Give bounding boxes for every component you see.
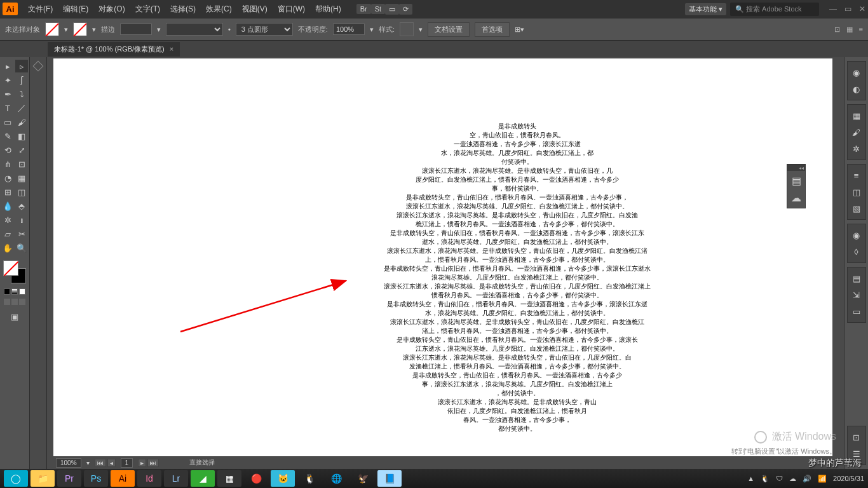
color-guide-panel-icon[interactable]: ◐ [851, 83, 862, 95]
arrange-icon[interactable]: ▭ [385, 4, 399, 15]
area-text-object[interactable]: 是非成败转头空，青山依旧在，惯看秋月春风。一壶浊酒喜相逢，古今多少事，滚滚长江东… [333, 122, 702, 433]
curvature-tool[interactable]: ⤵ [15, 88, 28, 100]
asset-export-panel-icon[interactable]: ⇲ [851, 289, 862, 301]
artboards-panel-icon[interactable]: ▭ [851, 306, 862, 317]
selection-tool[interactable]: ▸ [1, 60, 14, 72]
zoom-tool[interactable]: 🔍 [15, 241, 28, 254]
screen-mode-icon[interactable]: ▣ [8, 310, 21, 323]
artboard-tool[interactable]: ▱ [1, 227, 14, 240]
hand-tool[interactable]: ✋ [1, 241, 14, 254]
transform-icon[interactable]: ⊡ [834, 25, 840, 34]
taskbar-lightroom-icon[interactable]: Lr [164, 470, 188, 487]
gradient-tool[interactable]: ◫ [15, 186, 28, 198]
style-swatch[interactable] [400, 22, 414, 36]
menu-window[interactable]: 窗口(W) [273, 4, 310, 15]
artboard-nav-next[interactable]: ▸⏭ [138, 459, 159, 467]
free-transform-tool[interactable]: ⊡ [15, 158, 28, 170]
menu-help[interactable]: 帮助(H) [310, 4, 346, 15]
scale-tool[interactable]: ⤢ [15, 144, 28, 156]
perspective-tool[interactable]: ▦ [15, 172, 28, 184]
window-restore-icon[interactable]: ▭ [844, 4, 851, 13]
tray-qq-icon[interactable]: 🐧 [761, 475, 770, 483]
eraser-tool[interactable]: ◧ [15, 130, 28, 142]
rotate-tool[interactable]: ⟲ [1, 144, 14, 156]
stroke-panel-icon[interactable]: ≡ [851, 170, 862, 181]
taskbar-browser-icon[interactable]: ◯ [4, 470, 28, 487]
taskbar-qq-icon[interactable]: 🐧 [297, 470, 322, 487]
slice-tool[interactable]: ✂ [15, 227, 28, 240]
gpu-icon[interactable]: ⟳ [399, 4, 412, 15]
tray-cloud-icon[interactable]: ☁ [789, 475, 796, 483]
draw-inside-icon[interactable] [19, 299, 25, 305]
tray-shield-icon[interactable]: 🛡 [776, 475, 783, 482]
stroke-weight-input[interactable] [120, 24, 152, 35]
menu-view[interactable]: 视图(V) [237, 4, 273, 15]
swatches-panel-icon[interactable]: ▦ [851, 110, 862, 121]
fill-swatch[interactable] [45, 22, 59, 36]
type-tool[interactable]: T [1, 102, 14, 114]
taskbar-indesign-icon[interactable]: Id [137, 470, 161, 487]
brush-tool[interactable]: 🖌 [15, 116, 28, 128]
color-panel-icon[interactable]: ◉ [851, 67, 862, 78]
taskbar-chrome-icon[interactable]: 🌐 [324, 470, 348, 487]
libraries-panel-icon[interactable]: ☁ [791, 192, 801, 204]
floating-panel[interactable]: ◂◂ ▤ ☁ [787, 164, 806, 208]
profile-select[interactable] [166, 23, 223, 36]
stock-button[interactable]: St [371, 4, 385, 14]
close-tab-icon[interactable]: × [170, 45, 173, 53]
pen-tool[interactable]: ✒ [1, 88, 14, 100]
panel-collapse-icon[interactable]: ◂◂ [799, 165, 804, 170]
gradient-mode-icon[interactable] [11, 288, 18, 295]
properties-panel-icon[interactable]: ▤ [792, 175, 801, 187]
blend-tool[interactable]: ⬘ [15, 200, 28, 212]
search-stock-input[interactable]: 🔍 搜索 Adobe Stock [730, 3, 819, 16]
bridge-button[interactable]: Br [356, 4, 371, 14]
isolate-icon[interactable]: ▦ [846, 25, 853, 34]
taskbar-app3-icon[interactable]: 🐱 [271, 470, 295, 487]
graph-tool[interactable]: ⫾ [15, 214, 28, 226]
eyedropper-tool[interactable]: 💧 [1, 200, 14, 212]
window-minimize-icon[interactable]: — [829, 4, 837, 13]
lasso-tool[interactable]: ʃ [15, 74, 28, 86]
menu-select[interactable]: 选择(S) [165, 4, 201, 15]
direct-selection-tool[interactable]: ▹ [15, 60, 28, 72]
width-tool[interactable]: ⋔ [1, 158, 14, 170]
zoom-level[interactable]: 100% [56, 458, 81, 468]
opacity-input[interactable] [333, 24, 365, 35]
workspace-switcher[interactable]: 基本功能 ▾ [685, 3, 726, 15]
system-tray[interactable]: ▲ 🐧 🛡 ☁ 🔊 📶 2020/5/31 [747, 475, 864, 483]
taskbar-illustrator-icon[interactable]: Ai [111, 470, 135, 487]
tray-volume-icon[interactable]: 🔊 [803, 475, 811, 483]
brushes-panel-icon[interactable]: 🖌 [851, 126, 862, 138]
layers-panel-icon[interactable]: ▤ [851, 273, 862, 284]
taskbar-photoshop-icon[interactable]: Ps [84, 470, 108, 487]
draw-normal-icon[interactable] [4, 299, 10, 305]
color-mode-icon[interactable] [4, 288, 10, 295]
taskbar-notes-icon[interactable]: 📘 [377, 470, 402, 487]
artboard[interactable]: 是非成败转头空，青山依旧在，惯看秋月春风。一壶浊酒喜相逢，古今多少事，滚滚长江东… [53, 58, 832, 456]
menu-edit[interactable]: 编辑(E) [58, 4, 93, 15]
brush-select[interactable]: 3 点圆形 [236, 23, 293, 36]
shaper-tool[interactable]: ✎ [1, 130, 14, 142]
doc-setup-button[interactable]: 文档设置 [428, 22, 470, 37]
document-tab[interactable]: 未标题-1* @ 100% (RGB/像素预览) × [48, 42, 180, 57]
menu-type[interactable]: 文字(T) [130, 4, 165, 15]
none-mode-icon[interactable] [19, 288, 25, 295]
symbol-tool[interactable]: ✲ [1, 214, 14, 226]
vertical-scrollbar[interactable] [834, 58, 843, 456]
appearance-panel-icon[interactable]: ◉ [851, 229, 862, 241]
taskbar-app4-icon[interactable]: 🦅 [351, 470, 375, 487]
line-tool[interactable]: ／ [15, 102, 28, 114]
tray-date[interactable]: 2020/5/31 [833, 475, 864, 482]
panel-menu-icon[interactable]: ≡ [859, 25, 863, 34]
taskbar-app2-icon[interactable]: 🔴 [244, 470, 268, 487]
transparency-panel-icon[interactable]: ▧ [851, 203, 862, 214]
draw-behind-icon[interactable] [11, 299, 18, 305]
extra-panel-icon[interactable]: ⊡ [851, 431, 862, 443]
gradient-panel-icon[interactable]: ◫ [851, 186, 862, 198]
taskbar-media-icon[interactable]: ▦ [217, 470, 241, 487]
shape-builder-tool[interactable]: ◔ [1, 172, 14, 184]
menu-file[interactable]: 文件(F) [23, 4, 58, 15]
taskbar-app-icon[interactable]: ◢ [191, 470, 215, 487]
align-icon[interactable]: ⊞▾ [515, 25, 524, 34]
